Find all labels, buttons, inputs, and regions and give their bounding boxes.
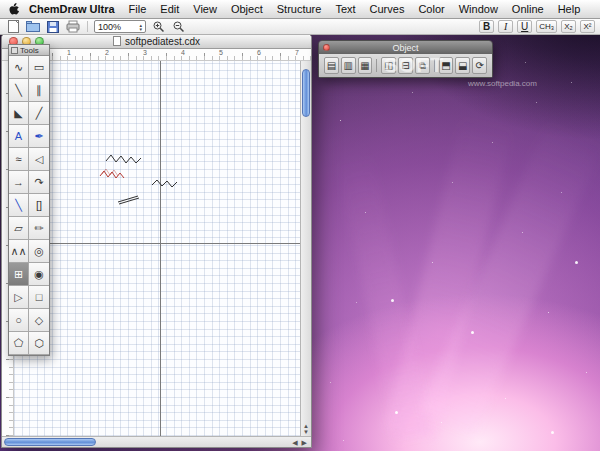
menu-item-structure[interactable]: Structure: [270, 0, 329, 19]
diamond-ring-icon: ◇: [35, 314, 43, 327]
menu-item-curves[interactable]: Curves: [363, 0, 412, 19]
print-button[interactable]: [65, 20, 81, 34]
send-to-back-icon: ⬓: [458, 60, 467, 71]
zoom-out-button[interactable]: [170, 20, 186, 34]
align-left-button[interactable]: ▤: [324, 57, 339, 74]
save-button[interactable]: [45, 20, 61, 34]
horizontal-scrollbar[interactable]: ◀ ▶: [2, 436, 311, 447]
horizontal-ruler: 1 2 3 4 5 6 7: [14, 49, 311, 60]
menu-item-window[interactable]: Window: [452, 0, 505, 19]
hollow-wedge-bond-icon: ◁: [35, 153, 43, 166]
menu-bar: ChemDraw Ultra File Edit View Object Str…: [0, 0, 600, 19]
tool-eraser[interactable]: ▱: [9, 217, 29, 240]
tool-pentagon-ring[interactable]: ⬠: [9, 332, 29, 355]
menu-item-edit[interactable]: Edit: [153, 0, 186, 19]
vertical-scrollbar-thumb[interactable]: [302, 69, 310, 117]
menu-item-view[interactable]: View: [186, 0, 224, 19]
watermark-url: www.softpedia.com: [468, 79, 537, 88]
tool-wavy-bond[interactable]: ≈: [9, 148, 29, 171]
tool-multiple-bond[interactable]: ∥: [29, 79, 49, 102]
tool-text[interactable]: A: [9, 125, 29, 148]
align-right-button[interactable]: ▦: [358, 57, 373, 74]
superscript-button[interactable]: X²: [580, 20, 595, 33]
zoom-select[interactable]: 100%▴▾: [94, 20, 146, 33]
tool-solid-bond[interactable]: ╲: [9, 79, 29, 102]
new-document-button[interactable]: [5, 20, 21, 34]
pentagon-ring-icon: ⬠: [14, 337, 24, 350]
horizontal-scrollbar-arrows[interactable]: ◀ ▶: [292, 438, 308, 447]
menu-item-object[interactable]: Object: [224, 0, 270, 19]
pencil-icon: ✏: [34, 222, 43, 235]
tool-orbital[interactable]: ◎: [29, 240, 49, 263]
zoom-in-button[interactable]: [150, 20, 166, 34]
italic-button[interactable]: I: [498, 20, 513, 33]
tool-hollow-wedge-bond[interactable]: ◁: [29, 148, 49, 171]
tool-pen[interactable]: ✒: [29, 125, 49, 148]
wavy-bond-icon: ≈: [15, 153, 21, 165]
document-proxy-icon: [113, 36, 121, 46]
menu-item-online[interactable]: Online: [505, 0, 551, 19]
tool-table[interactable]: ⊞: [9, 263, 29, 286]
menu-item-text[interactable]: Text: [328, 0, 362, 19]
tool-marquee[interactable]: ▭: [29, 56, 49, 79]
tool-square-ring[interactable]: □: [29, 286, 49, 309]
tools-palette-titlebar[interactable]: Tools: [9, 45, 49, 56]
align-center-button[interactable]: ▥: [341, 57, 356, 74]
align-left-icon: ▤: [327, 60, 336, 71]
tool-lasso[interactable]: ∿: [9, 56, 29, 79]
align-center-icon: ▥: [343, 60, 352, 71]
tool-hexagon-ring[interactable]: ⬡: [29, 332, 49, 355]
align-right-icon: ▦: [360, 60, 369, 71]
ring-template-icon: ◉: [34, 268, 44, 281]
pen-icon: ✒: [34, 130, 43, 143]
bold-button[interactable]: B: [479, 20, 494, 33]
eraser-icon: ▱: [14, 222, 22, 235]
table-tool-icon: ⊞: [14, 268, 23, 281]
tool-diamond-ring[interactable]: ◇: [29, 309, 49, 332]
object-toolbar-separator: [376, 59, 377, 72]
zoom-stepper-icon: ▴▾: [139, 23, 142, 31]
tool-triangle-ring[interactable]: ▷: [9, 286, 29, 309]
apple-menu[interactable]: [6, 3, 22, 16]
object-palette-close-button[interactable]: [323, 44, 330, 51]
wedge-bond-icon: ◣: [14, 107, 22, 120]
send-to-back-button[interactable]: ⬓: [455, 57, 470, 74]
rotate-button[interactable]: ⟳: [472, 57, 487, 74]
drawing-canvas[interactable]: [14, 61, 300, 436]
main-toolbar: 100%▴▾ B I U CH₃ X₂ X²: [0, 19, 600, 35]
hexagon-ring-icon: ⬡: [34, 337, 44, 350]
underline-button[interactable]: U: [517, 20, 532, 33]
ruler-number: 3: [143, 49, 147, 56]
tool-wedge-bond[interactable]: ◣: [9, 102, 29, 125]
text-tool-icon: A: [15, 130, 22, 142]
menu-item-file[interactable]: File: [122, 0, 154, 19]
tool-arrow[interactable]: →: [9, 171, 29, 194]
tool-circle-ring[interactable]: ○: [9, 309, 29, 332]
tool-ring-template[interactable]: ◉: [29, 263, 49, 286]
open-button[interactable]: [25, 20, 41, 34]
vertical-scrollbar-arrows[interactable]: ▲▼: [301, 423, 311, 435]
curved-arrow-icon: ↷: [34, 176, 43, 189]
ruler-number: 5: [219, 49, 223, 56]
ruler-number: 7: [295, 49, 299, 56]
tool-curved-arrow[interactable]: ↷: [29, 171, 49, 194]
page-guide-vertical: [160, 61, 161, 436]
vertical-scrollbar[interactable]: ▲▼: [300, 61, 311, 436]
menu-item-help[interactable]: Help: [551, 0, 588, 19]
tool-bold-bond[interactable]: ╲: [9, 194, 29, 217]
tools-palette-title: Tools: [20, 46, 39, 55]
tool-bracket[interactable]: []: [29, 194, 49, 217]
tools-palette-close-button[interactable]: [11, 47, 18, 54]
ruler-number: 2: [105, 49, 109, 56]
dashed-bond-icon: ╱: [36, 107, 43, 120]
tool-pencil[interactable]: ✏: [29, 217, 49, 240]
tool-acyclic-chain[interactable]: ∧∧: [9, 240, 29, 263]
formula-button[interactable]: CH₃: [536, 20, 557, 33]
tool-dashed-bond[interactable]: ╱: [29, 102, 49, 125]
molecule-sketches[interactable]: [98, 145, 188, 215]
subscript-button[interactable]: X₂: [561, 20, 576, 33]
horizontal-scrollbar-thumb[interactable]: [4, 438, 96, 446]
menu-item-color[interactable]: Color: [411, 0, 451, 19]
toolbar-separator: [87, 21, 88, 32]
menu-item-chemdraw-ultra[interactable]: ChemDraw Ultra: [22, 0, 122, 19]
